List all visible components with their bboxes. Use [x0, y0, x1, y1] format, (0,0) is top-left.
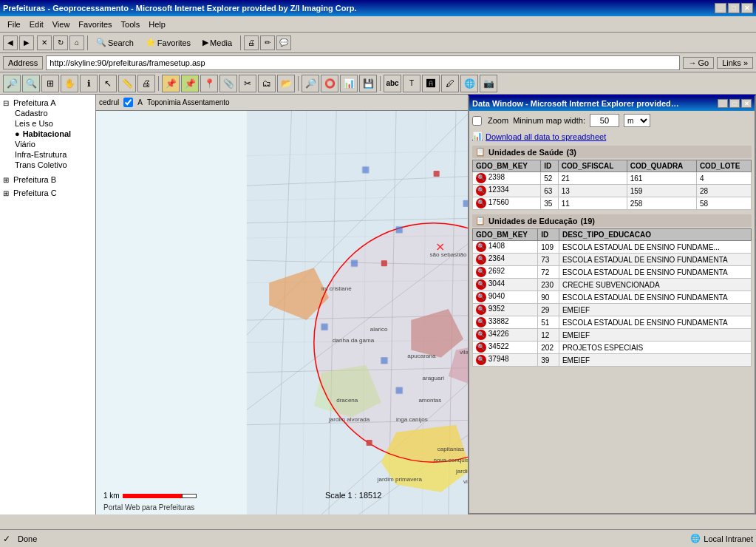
- table-row[interactable]: 🔍 1408 109 ESCOLA ESTADUAL DE ENSINO FUN…: [473, 241, 752, 254]
- min-width-input[interactable]: [590, 114, 619, 127]
- sep1: [87, 35, 88, 50]
- table-row[interactable]: 🔍 9040 90 ESCOLA ESTADUAL DE ENSINO FUND…: [473, 291, 752, 304]
- menu-edit[interactable]: Edit: [25, 19, 48, 30]
- row-icon[interactable]: 🔍: [476, 279, 486, 290]
- dw-close[interactable]: ✕: [741, 99, 752, 108]
- row-icon[interactable]: 🔍: [476, 173, 486, 183]
- menu-view[interactable]: View: [48, 19, 75, 30]
- row-icon[interactable]: 🔍: [476, 355, 486, 365]
- tree-item-infra[interactable]: Infra-Estrutura: [15, 149, 92, 160]
- gis-identify[interactable]: ℹ: [80, 75, 98, 92]
- menu-file[interactable]: File: [3, 19, 25, 30]
- gis-report[interactable]: 📊: [340, 75, 358, 92]
- row-icon[interactable]: 🔍: [476, 317, 486, 327]
- row-icon[interactable]: 🔍: [476, 330, 486, 340]
- gis-layer3[interactable]: 📍: [200, 75, 218, 92]
- svg-text:são sebastião: são sebastião: [430, 251, 467, 258]
- tree-item-viario[interactable]: Viário: [15, 139, 92, 149]
- gis-tool9[interactable]: 🌐: [460, 75, 478, 92]
- edit-button[interactable]: ✏: [260, 35, 275, 50]
- home-button[interactable]: ⌂: [69, 35, 84, 50]
- map-area[interactable]: cedrul A Toponimia Assentamento: [96, 95, 756, 514]
- row-icon[interactable]: 🔍: [476, 242, 486, 252]
- table-row[interactable]: 🔍 34522 202 PROJETOS ESPECIAIS: [473, 342, 752, 354]
- tree-item-habitacional[interactable]: ● Habitacional: [15, 129, 92, 139]
- table-row[interactable]: 🔍 37948 39 EMEIEF: [473, 354, 752, 367]
- gis-tool8[interactable]: 🖊: [441, 75, 459, 92]
- download-link[interactable]: 📊 Download all data to spreadsheet: [472, 132, 752, 141]
- table-row[interactable]: 🔍 3044 230 CRECHE SUBVENCIONADA: [473, 279, 752, 291]
- back-button[interactable]: ◀: [3, 35, 18, 50]
- gis-zoom-out[interactable]: 🔍: [22, 75, 40, 92]
- favorites-button[interactable]: ⭐ Favorites: [140, 35, 196, 51]
- gis-text3[interactable]: 🅰: [422, 75, 440, 92]
- gis-zoom-extent[interactable]: ⊞: [41, 75, 59, 92]
- tree-item-cadastro[interactable]: Cadastro: [15, 108, 92, 118]
- dw-minimize[interactable]: _: [718, 99, 728, 108]
- table-row[interactable]: 🔍 33882 51 ESCOLA ESTADUAL DE ENSINO FUN…: [473, 316, 752, 329]
- table-row[interactable]: 🔍 2692 72 ESCOLA ESTADUAL DE ENSINO FUND…: [473, 266, 752, 279]
- table-row[interactable]: 🔍 12334 63 13 159 28: [473, 185, 752, 197]
- gis-layer4[interactable]: 📎: [219, 75, 237, 92]
- gis-text2[interactable]: T: [403, 75, 420, 92]
- search-button[interactable]: 🔍 Search: [91, 35, 139, 51]
- table-row[interactable]: 🔍 2398 52 21 161 4: [473, 172, 752, 185]
- section-edu-header[interactable]: 📋 Unidades de Educação (19): [472, 214, 752, 227]
- layer-checkbox[interactable]: [123, 98, 133, 107]
- tree-item-prefeitura-a[interactable]: ⊟ Prefeitura A: [3, 98, 92, 108]
- menu-tools[interactable]: Tools: [117, 19, 145, 30]
- bullet-icon: ●: [15, 129, 20, 138]
- table-row[interactable]: 🔍 34226 12 EMEIEF: [473, 329, 752, 342]
- gis-layer7[interactable]: 📂: [277, 75, 295, 92]
- gis-measure[interactable]: 📏: [118, 75, 136, 92]
- stop-button[interactable]: ✕: [37, 35, 52, 50]
- table-row[interactable]: 🔍 17560 35 11 258 58: [473, 197, 752, 210]
- gis-sep1: [158, 76, 159, 91]
- row-icon[interactable]: 🔍: [476, 292, 486, 302]
- gis-text1[interactable]: abc: [384, 75, 401, 92]
- gis-print[interactable]: 🖨: [137, 75, 155, 92]
- table-row[interactable]: 🔍 2364 73 ESCOLA ESTADUAL DE ENSINO FUND…: [473, 254, 752, 266]
- row-icon[interactable]: 🔍: [476, 254, 486, 265]
- gis-layer2[interactable]: 📌: [181, 75, 199, 92]
- gis-layer5[interactable]: ✂: [239, 75, 256, 92]
- gis-pan[interactable]: ✋: [61, 75, 78, 92]
- tree-item-trans[interactable]: Trans Coletivo: [15, 160, 92, 170]
- gis-query[interactable]: 🔎: [302, 75, 319, 92]
- tree-item-leis[interactable]: Leis e Uso: [15, 118, 92, 129]
- gis-select[interactable]: ↖: [99, 75, 117, 92]
- data-window-scroll[interactable]: Zoom Mininum map width: m km 📊 Download …: [469, 111, 755, 374]
- dw-maximize[interactable]: □: [729, 99, 740, 108]
- go-button[interactable]: → Go: [683, 57, 714, 69]
- forward-button[interactable]: ▶: [19, 35, 34, 50]
- section-saude-header[interactable]: 📋 Unidades de Saúde (3): [472, 146, 752, 158]
- row-icon[interactable]: 🔍: [476, 267, 486, 277]
- address-input[interactable]: [46, 55, 680, 70]
- links-button[interactable]: Links »: [717, 57, 753, 69]
- menu-help[interactable]: Help: [144, 19, 170, 30]
- refresh-button[interactable]: ↻: [53, 35, 68, 50]
- saude-col-quadra: COD_QUADRA: [627, 160, 696, 172]
- maximize-button[interactable]: □: [728, 3, 740, 13]
- gis-layer1[interactable]: 📌: [162, 75, 180, 92]
- row-icon[interactable]: 🔍: [476, 198, 486, 208]
- gis-tool10[interactable]: 📷: [480, 75, 497, 92]
- tree-item-prefeitura-b[interactable]: ⊞ Prefeitura B: [3, 174, 92, 185]
- table-row[interactable]: 🔍 9352 29 EMEIEF: [473, 304, 752, 316]
- gis-layer6[interactable]: 🗂: [258, 75, 276, 92]
- gis-export[interactable]: 💾: [359, 75, 377, 92]
- zoom-checkbox[interactable]: [472, 116, 482, 126]
- gis-zoom-in[interactable]: 🔎: [3, 75, 21, 92]
- discuss-button[interactable]: 💬: [276, 35, 291, 50]
- gis-buffer[interactable]: ⭕: [321, 75, 338, 92]
- media-button[interactable]: ▶ Media: [197, 35, 237, 51]
- unit-select[interactable]: m km: [624, 114, 650, 127]
- row-icon[interactable]: 🔍: [476, 342, 486, 353]
- row-icon[interactable]: 🔍: [476, 186, 486, 196]
- print-button[interactable]: 🖨: [244, 35, 259, 50]
- close-button[interactable]: ✕: [741, 3, 753, 13]
- minimize-button[interactable]: _: [715, 3, 726, 13]
- row-icon[interactable]: 🔍: [476, 305, 486, 315]
- tree-item-prefeitura-c[interactable]: ⊞ Prefeitura C: [3, 188, 92, 198]
- menu-favorites[interactable]: Favorites: [74, 19, 116, 30]
